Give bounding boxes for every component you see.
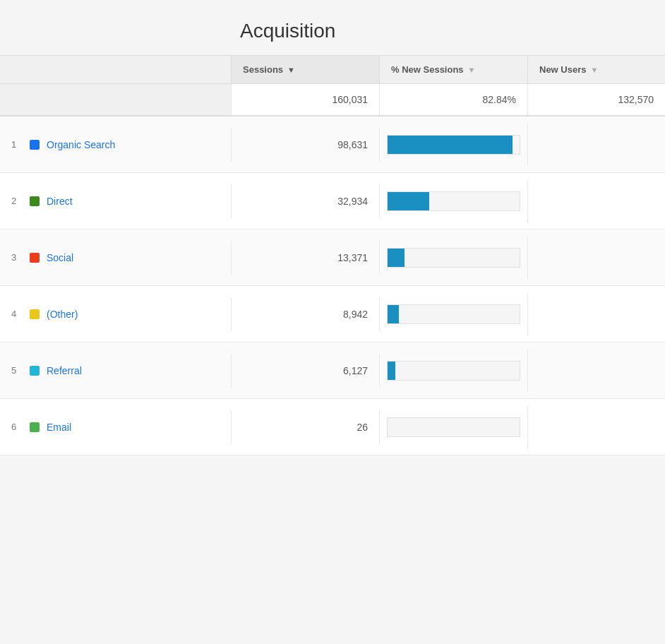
bar-container [387,417,520,437]
header-new-users[interactable]: New Users ▼ [528,56,665,83]
channel-name[interactable]: Social [47,252,73,263]
channel-color-dot [30,366,40,376]
channel-color-dot [30,196,40,206]
totals-new-users: 132,570 [528,84,665,115]
totals-sessions: 160,031 [232,84,380,115]
header-pct-new-sessions[interactable]: % New Sessions ▼ [380,56,528,83]
bar-fill [388,362,395,380]
bar-container [387,304,520,324]
channel-cell: 2 Direct [0,184,232,218]
new-users-value [528,416,665,439]
table-row: 2 Direct 32,934 [0,173,665,229]
sort-desc-icon: ▼ [287,66,295,74]
bar-container [387,191,520,211]
table-row: 3 Social 13,371 [0,229,665,286]
channel-color-dot [30,253,40,263]
sessions-value: 98,631 [232,128,380,162]
header-new-users-label: New Users [539,64,586,75]
pct-new-sessions-bar-cell [380,237,528,279]
channel-name[interactable]: Email [47,422,71,433]
row-number: 1 [11,139,23,150]
pct-new-sessions-bar-cell [380,180,528,222]
channel-cell: 1 Organic Search [0,128,232,162]
new-users-value [528,246,665,269]
sort-neutral-icon-users: ▼ [590,66,598,74]
sessions-value: 13,371 [232,241,380,275]
totals-label-cell [0,84,232,115]
pct-new-sessions-bar-cell [380,124,528,166]
header-channel [0,56,232,83]
channel-color-dot [30,140,40,150]
totals-row: 160,031 82.84% 132,570 [0,84,665,117]
bar-fill [388,305,399,323]
table-row: 1 Organic Search 98,631 [0,117,665,173]
new-users-value [528,190,665,213]
bar-container [387,361,520,381]
channel-cell: 4 (Other) [0,297,232,331]
sessions-value: 8,942 [232,297,380,331]
table-header: Sessions ▼ % New Sessions ▼ New Users ▼ [0,55,665,84]
channel-name[interactable]: Direct [47,196,73,207]
row-number: 2 [11,196,23,206]
channel-cell: 6 Email [0,410,232,444]
table-row: 6 Email 26 [0,399,665,455]
header-sessions[interactable]: Sessions ▼ [232,56,380,83]
pct-new-sessions-bar-cell [380,406,528,448]
channel-name[interactable]: Organic Search [47,139,115,150]
channel-cell: 3 Social [0,241,232,275]
rows-container: 1 Organic Search 98,631 2 Direct 32,934 [0,117,665,455]
row-number: 5 [11,365,23,376]
row-number: 3 [11,252,23,263]
header-sessions-label: Sessions [243,64,283,75]
pct-new-sessions-bar-cell [380,293,528,335]
sessions-value: 6,127 [232,354,380,388]
page-container: Acquisition Sessions ▼ % New Sessions ▼ … [0,0,665,455]
acquisition-table: Sessions ▼ % New Sessions ▼ New Users ▼ … [0,55,665,455]
bar-fill [388,249,405,267]
sessions-value: 26 [232,410,380,444]
table-row: 5 Referral 6,127 [0,342,665,399]
channel-color-dot [30,309,40,319]
new-users-value [528,303,665,326]
bar-container [387,135,520,155]
title-section: Acquisition [0,0,665,55]
table-row: 4 (Other) 8,942 [0,286,665,342]
channel-name[interactable]: Referral [47,365,82,376]
bar-container [387,248,520,268]
sort-neutral-icon-pct: ▼ [468,66,476,74]
bar-fill [388,136,513,154]
channel-cell: 5 Referral [0,354,232,388]
page-title: Acquisition [240,20,665,42]
new-users-value [528,359,665,382]
sessions-value: 32,934 [232,184,380,218]
channel-color-dot [30,422,40,432]
channel-name[interactable]: (Other) [47,309,78,320]
bar-fill [388,192,429,210]
header-pct-label: % New Sessions [391,64,464,75]
pct-new-sessions-bar-cell [380,350,528,392]
row-number: 6 [11,422,23,432]
new-users-value [528,133,665,156]
totals-pct-new-sessions: 82.84% [380,84,528,115]
row-number: 4 [11,309,23,319]
